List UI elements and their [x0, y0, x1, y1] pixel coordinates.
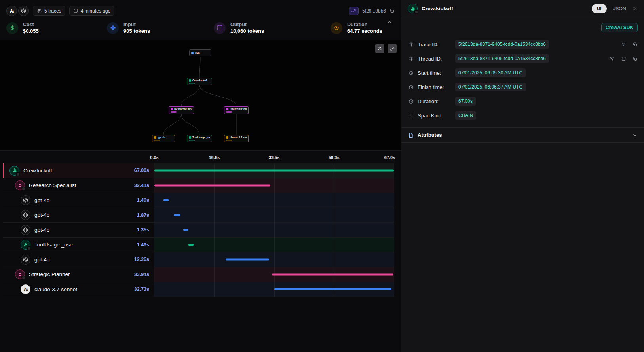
axis-tick: 67.0s [384, 155, 395, 160]
span-duration: 1.87s [137, 212, 154, 218]
track-tint [154, 252, 394, 267]
close-panel-button[interactable] [633, 6, 638, 11]
graph-close-button[interactable] [375, 44, 384, 53]
metric-value: $0.055 [23, 28, 39, 34]
span-duration: 33.94s [134, 272, 154, 277]
span-bar[interactable] [274, 288, 391, 290]
track-tint [154, 208, 394, 223]
timeline-row[interactable]: Research Specialist 32.41s [3, 178, 394, 193]
agentops-sub-badge-icon [27, 246, 31, 250]
timeline-track [154, 267, 394, 282]
crew-icon [408, 4, 418, 13]
tool-icon [21, 240, 30, 250]
span-bar[interactable] [183, 229, 188, 231]
span-details-panel: Crew.kickoff UI JSON CrewAI SDK Trace ID… [401, 0, 644, 352]
outputarrows-icon [214, 22, 226, 34]
detail-value: 5f2613da-8371-9405-fcdd-0a1534cc8bb6 [455, 40, 549, 49]
metric-item: Duration 64.77 seconds [331, 22, 382, 34]
node-label: claude-3.7-sonnet [230, 136, 247, 139]
timeline-row[interactable]: Crew.kickoff 67.00s [3, 163, 394, 178]
sdk-badge[interactable]: CrewAI SDK [601, 23, 638, 32]
node-label: ToolUsage._use [192, 136, 210, 139]
node-type-icon [226, 136, 228, 139]
node-type-icon [191, 52, 194, 54]
copy-button[interactable] [633, 56, 638, 61]
node-duration-pill [226, 111, 232, 113]
tab-json[interactable]: JSON [613, 6, 626, 11]
detail-value: 67.00s [455, 97, 476, 106]
timeline-row[interactable]: A\ claude-3.7-sonnet 32.73s [3, 282, 394, 297]
collapse-metrics-button[interactable] [387, 19, 392, 26]
node-label: Research Specialist [174, 108, 192, 110]
metric-label: Duration [347, 22, 382, 27]
axis-tick: 16.8s [209, 155, 220, 160]
clock-icon [331, 22, 342, 34]
graph-node-claude[interactable]: claude-3.7-sonnet [224, 135, 249, 142]
span-bar[interactable] [174, 214, 180, 216]
span-bar[interactable] [226, 259, 270, 261]
metric-value: 905 tokens [123, 28, 150, 34]
metric-label: Input [123, 22, 150, 27]
graph-node-tool[interactable]: ToolUsage._use [187, 135, 212, 142]
graph-node-research[interactable]: Research Specialist [169, 106, 194, 114]
timeline-row[interactable]: gpt-4o 1.40s [3, 193, 394, 208]
app-root: A\ 5 traces 4 minutes ago 5f26...8bb6 [0, 0, 644, 352]
span-bar[interactable] [154, 170, 394, 172]
timeline-track [154, 178, 394, 193]
timeline-rows: Crew.kickoff 67.00s Research Specialist … [3, 163, 401, 297]
trace-main-panel: A\ 5 traces 4 minutes ago 5f26...8bb6 [0, 0, 401, 352]
trace-trend-icon [349, 7, 359, 15]
metrics-row: Cost $0.055 Input 905 tokens Output 10,0… [0, 19, 401, 40]
copy-trace-id-button[interactable] [389, 8, 395, 13]
attributes-section-toggle[interactable]: Attributes [401, 127, 644, 143]
span-bar[interactable] [272, 273, 393, 275]
copy-button[interactable] [633, 42, 638, 47]
detail-label: Thread ID: [418, 56, 452, 62]
external-button[interactable] [621, 56, 626, 61]
graph-node-gpt[interactable]: gpt-4o [152, 135, 175, 142]
node-duration-pill [171, 111, 177, 113]
agent-icon [15, 269, 25, 279]
graph-node-run[interactable]: Run [189, 49, 211, 56]
timeline-row[interactable]: gpt-4o 1.87s [3, 208, 394, 223]
node-type-icon [189, 79, 191, 82]
tab-ui[interactable]: UI [592, 4, 607, 13]
span-bar[interactable] [188, 244, 194, 246]
span-name: Crew.kickoff [23, 168, 52, 174]
dollar-icon [6, 22, 18, 34]
detail-row: Duration: 67.00s [401, 94, 644, 108]
chevron-down-icon [632, 132, 638, 138]
openai-icon [21, 210, 30, 220]
span-bar[interactable] [163, 199, 169, 201]
time-ago-label: 4 minutes ago [81, 8, 110, 14]
timeline-row[interactable]: Strategic Planner 33.94s [3, 267, 394, 282]
span-name: gpt-4o [34, 212, 49, 218]
detail-value: 07/01/2025, 06:05:30 AM UTC [455, 68, 526, 77]
track-tint [154, 223, 394, 237]
detail-label: Finish time: [418, 84, 452, 90]
node-type-icon [171, 108, 173, 110]
traces-count-badge[interactable]: 5 traces [33, 6, 65, 16]
metric-item: Cost $0.055 [6, 22, 107, 34]
graph-expand-button[interactable] [388, 44, 397, 53]
timeline-row[interactable]: ToolUsage._use 1.49s [3, 238, 394, 253]
clock-icon [408, 99, 414, 104]
clock-icon [408, 85, 414, 90]
detail-value: CHAIN [455, 111, 476, 120]
span-bar[interactable] [154, 184, 270, 186]
filter-button[interactable] [610, 56, 615, 61]
graph-node-crew[interactable]: Crew.kickoff [187, 78, 212, 85]
node-duration-pill [154, 140, 160, 141]
graph-node-strategic[interactable]: Strategic Planner [224, 106, 249, 114]
topbar-right: 5f26...8bb6 [349, 7, 395, 15]
timeline-row[interactable]: gpt-4o 1.35s [3, 223, 394, 238]
node-label: Strategic Planner [230, 108, 247, 110]
metric-value: 10,060 tokens [230, 28, 264, 34]
anthropic-logo-icon: A\ [6, 6, 17, 16]
timeline-track [154, 238, 394, 252]
timeline-track [154, 252, 394, 267]
filter-button[interactable] [621, 42, 626, 47]
node-label: gpt-4o [158, 136, 165, 139]
timeline-row[interactable]: gpt-4o 12.26s [3, 252, 394, 267]
timeline-track [154, 163, 394, 178]
